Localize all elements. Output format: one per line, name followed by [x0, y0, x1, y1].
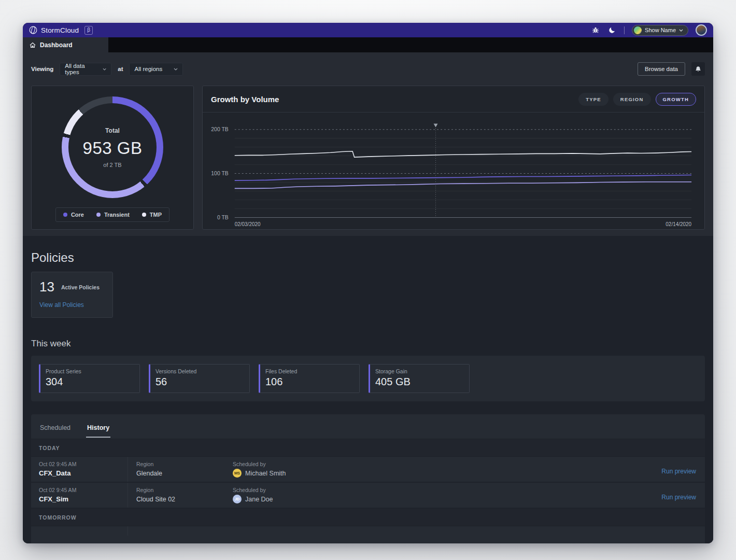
row-name: CFX_Data [39, 469, 128, 477]
donut-total-value: 953 GB [83, 138, 143, 158]
schedule-row-clipped [31, 526, 705, 536]
chart-toggle-group: TYPE REGION GROWTH [578, 93, 696, 106]
tab-dashboard[interactable]: Dashboard [23, 37, 108, 52]
row-name: CFX_Sim [39, 495, 128, 503]
main-content: Viewing All data types at All regions Br… [23, 52, 713, 543]
at-label: at [118, 66, 123, 72]
chevron-down-icon [679, 29, 683, 32]
svg-text:02/14/2020: 02/14/2020 [666, 221, 691, 227]
growth-by-volume-card: Growth by Volume TYPE REGION GROWTH 0 TB… [202, 86, 705, 230]
region-value: Glendale [136, 470, 224, 477]
region-label: Region [136, 461, 224, 467]
this-week-heading: This week [31, 339, 705, 349]
stat-storage-gain: Storage Gain 405 GB [369, 364, 470, 393]
schedule-panel: Scheduled History TODAY Oct 02 9:45 AM C… [31, 414, 705, 543]
data-type-value: All data types [65, 63, 97, 75]
chevron-down-icon [103, 68, 106, 71]
legend-dot-transient [96, 213, 101, 217]
chart-header: Growth by Volume TYPE REGION GROWTH [203, 86, 704, 113]
schedule-row-cfx-data[interactable]: Oct 02 9:45 AM CFX_Data Region Glendale … [31, 457, 705, 483]
notifications-button[interactable] [691, 62, 705, 76]
legend-dot-core [63, 213, 67, 217]
scheduled-by-label: Scheduled by [233, 487, 661, 493]
data-type-select[interactable]: All data types [60, 63, 111, 76]
view-all-policies-link[interactable]: View all Policies [39, 301, 84, 309]
profile-avatar[interactable] [696, 24, 707, 36]
tab-scheduled[interactable]: Scheduled [39, 414, 72, 439]
region-select[interactable]: All regions [129, 63, 183, 76]
tab-dashboard-label: Dashboard [40, 41, 73, 49]
scheduled-by-name: Michael Smith [245, 470, 286, 477]
bug-icon [592, 26, 599, 34]
home-icon [30, 42, 36, 48]
stat-files-deleted: Files Deleted 106 [259, 364, 360, 393]
donut-legend: Core Transient TMP [55, 207, 169, 222]
dark-mode-toggle[interactable] [607, 25, 617, 35]
section-header-tomorrow: TOMORROW [31, 509, 705, 526]
user-menu-label: Show Name [645, 27, 676, 33]
moon-icon [608, 26, 616, 34]
legend-item-transient: Transient [96, 212, 130, 218]
chart-title: Growth by Volume [211, 95, 279, 104]
storage-donut-ring: Total 953 GB of 2 TB [62, 96, 163, 198]
this-week-stats: Product Series 304 Versions Deleted 56 F… [31, 356, 705, 401]
region-value: Cloud Site 02 [136, 496, 224, 503]
section-header-today: TODAY [31, 439, 705, 457]
storage-total-card: Total 953 GB of 2 TB Core Transient [31, 86, 194, 230]
titlebar-divider [624, 26, 625, 34]
tab-strip: Dashboard [23, 37, 713, 52]
active-policies-count: 13 [39, 279, 54, 295]
app-name: StormCloud [41, 26, 79, 34]
donut-title: Total [105, 127, 120, 134]
scheduled-by-name: Jane Doe [245, 496, 273, 503]
overview-cards: Total 953 GB of 2 TB Core Transient [23, 86, 713, 230]
stormcloud-logo-icon [29, 26, 37, 34]
toggle-region[interactable]: REGION [613, 93, 651, 106]
chevron-down-icon [174, 68, 178, 71]
avatar-initials: MS [233, 469, 242, 478]
stat-product-series: Product Series 304 [39, 364, 140, 393]
growth-chart-plot: 0 TB100 TB200 TB02/03/202002/14/2020 [203, 113, 704, 229]
avatar-initials: JD [233, 495, 242, 503]
svg-text:0 TB: 0 TB [217, 214, 229, 220]
run-preview-link[interactable]: Run preview [661, 494, 696, 501]
region-value: All regions [134, 66, 162, 72]
active-policies-label: Active Policies [61, 284, 100, 290]
scheduled-by-label: Scheduled by [233, 461, 661, 467]
bug-report-button[interactable] [591, 25, 600, 35]
beta-badge: β [84, 26, 93, 35]
row-time: Oct 02 9:45 AM [39, 487, 128, 493]
browse-data-button[interactable]: Browse data [638, 62, 685, 76]
legend-item-core: Core [63, 212, 84, 218]
active-policies-card: 13 Active Policies View all Policies [31, 272, 113, 318]
stat-versions-deleted: Versions Deleted 56 [149, 364, 250, 393]
run-preview-link[interactable]: Run preview [661, 468, 696, 475]
schedule-tabs: Scheduled History [31, 414, 705, 439]
lower-panel: Policies 13 Active Policies View all Pol… [23, 236, 713, 543]
toggle-type[interactable]: TYPE [578, 93, 608, 106]
schedule-row-cfx-sim[interactable]: Oct 02 9:45 AM CFX_Sim Region Cloud Site… [31, 483, 705, 509]
user-menu[interactable]: Show Name [632, 25, 688, 36]
svg-text:100 TB: 100 TB [211, 170, 229, 176]
user-menu-avatar [634, 26, 642, 34]
bell-icon [695, 66, 701, 73]
svg-text:200 TB: 200 TB [211, 126, 229, 132]
toggle-growth[interactable]: GROWTH [656, 93, 696, 106]
storage-donut-center: Total 953 GB of 2 TB [68, 103, 157, 191]
legend-dot-tmp [142, 213, 146, 217]
row-time: Oct 02 9:45 AM [39, 461, 128, 467]
viewing-label: Viewing [31, 66, 53, 72]
donut-capacity: of 2 TB [103, 162, 121, 168]
region-label: Region [136, 487, 224, 493]
filter-bar: Viewing All data types at All regions Br… [23, 52, 713, 86]
svg-text:02/03/2020: 02/03/2020 [235, 221, 261, 227]
tab-history[interactable]: History [86, 414, 110, 439]
app-logo[interactable]: StormCloud β [29, 26, 93, 35]
titlebar: StormCloud β [23, 23, 713, 37]
policies-heading: Policies [31, 250, 705, 265]
legend-item-tmp: TMP [142, 212, 162, 218]
app-window: StormCloud β [23, 23, 713, 543]
growth-line-chart: 0 TB100 TB200 TB02/03/202002/14/2020 [204, 115, 703, 229]
